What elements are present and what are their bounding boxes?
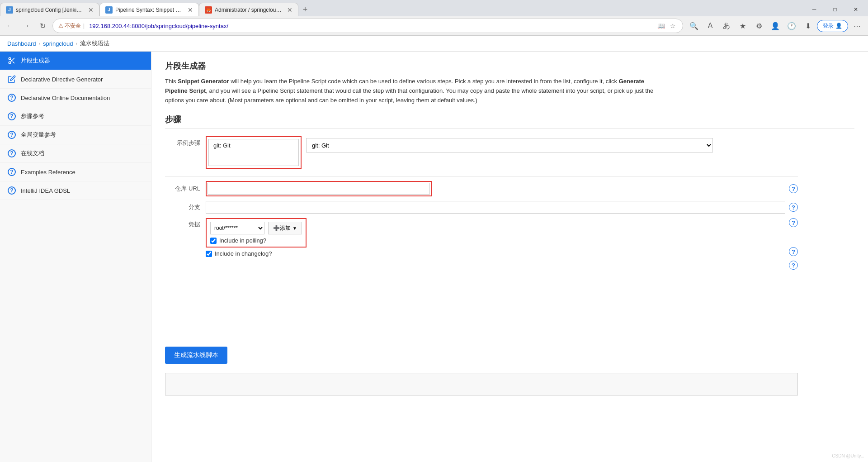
menu-button[interactable]: ⋯	[850, 19, 864, 33]
toolbar-right: 🔍 A あ ★ ⚙ 👤 🕐 ⬇ 登录 👤 ⋯	[687, 19, 864, 33]
sidebar-item-intellij-gdsl[interactable]: ? IntelliJ IDEA GDSL	[0, 181, 151, 200]
favorites-icon[interactable]: ★	[736, 19, 750, 33]
forward-button[interactable]: →	[20, 19, 33, 32]
repo-url-help-icon[interactable]: ?	[789, 184, 798, 193]
address-text[interactable]: 192.168.200.44:8080/job/springcloud/pipe…	[89, 23, 653, 29]
sidebar-item-declarative-directive[interactable]: Declarative Directive Generator	[0, 70, 151, 89]
minimize-button[interactable]: ─	[804, 3, 825, 16]
font-icon[interactable]: あ	[719, 19, 734, 33]
generate-pipeline-bold: Generate Pipeline Script	[165, 78, 644, 94]
question-circle-icon-1: ?	[7, 93, 16, 102]
tab-2-close[interactable]: ✕	[188, 6, 193, 14]
question-circle-icon-2: ?	[7, 112, 16, 121]
include-polling-checkbox[interactable]	[210, 238, 217, 244]
tab-1-title: springcloud Config [Jenkins]	[16, 7, 84, 13]
page-title: 片段生成器	[165, 61, 854, 71]
credential-select[interactable]: root/******	[210, 222, 264, 234]
scissors-icon	[7, 56, 16, 65]
credentials-controls: root/****** ➕添加 ▼	[210, 222, 302, 234]
repo-url-highlight-box: http://192.168.200.44:81/root/springclou…	[206, 181, 432, 196]
svg-line-3	[13, 62, 14, 63]
sidebar-item-global-var-ref[interactable]: ? 全局变量参考	[0, 126, 151, 144]
back-button[interactable]: ←	[4, 19, 16, 32]
question-circle-icon-4: ?	[7, 149, 16, 158]
reader-icon[interactable]: 📖	[656, 21, 665, 30]
breadcrumb-sep-2: ›	[75, 41, 77, 46]
branch-content: master ?	[206, 201, 798, 214]
svg-point-1	[9, 62, 11, 64]
sidebar-item-online-docs[interactable]: ? 在线文档	[0, 144, 151, 163]
sidebar-item-global-var-ref-label: 全局变量参考	[21, 131, 56, 139]
download-icon[interactable]: ⬇	[801, 19, 815, 33]
step-display-box: git: Git	[208, 139, 299, 166]
sidebar-item-examples-ref[interactable]: ? Examples Reference	[0, 163, 151, 181]
include-changelog-checkbox[interactable]	[206, 251, 212, 257]
step-selector-label: 示例步骤	[165, 136, 206, 147]
main-content: 片段生成器 This Snippet Generator will help y…	[151, 52, 868, 462]
star-icon[interactable]: ☆	[668, 21, 677, 30]
window-controls: ─ □ ✕	[804, 3, 868, 16]
include-polling-label: Include in polling?	[219, 237, 266, 244]
chevron-down-icon: ▼	[292, 226, 297, 231]
login-button[interactable]: 登录 👤	[817, 20, 848, 32]
tab-2[interactable]: J Pipeline Syntax: Snippet Genera... ✕	[99, 3, 199, 16]
include-changelog-label: Include in changelog?	[215, 250, 272, 257]
branch-row: 分支 master ?	[165, 201, 798, 214]
sidebar-item-declarative-directive-label: Declarative Directive Generator	[21, 76, 103, 83]
tab-2-favicon: J	[105, 6, 113, 14]
credentials-help-icons: ? ? ?	[789, 218, 798, 270]
result-box	[165, 373, 798, 395]
repo-url-content: http://192.168.200.44:81/root/springclou…	[206, 181, 798, 196]
repo-url-input[interactable]: http://192.168.200.44:81/root/springclou…	[208, 183, 430, 195]
snippet-form: 示例步骤 git: Git git: Git 仓库 URL	[165, 136, 798, 395]
tab-3[interactable]: 🦊 Administrator / springcloud · Git... ✕	[199, 3, 298, 16]
branch-help-icon[interactable]: ?	[789, 203, 798, 212]
question-circle-icon-3: ?	[7, 130, 16, 139]
csdn-watermark: CSDN @Unity...	[832, 453, 864, 458]
tab-3-close[interactable]: ✕	[287, 6, 292, 14]
pencil-icon	[7, 75, 16, 84]
maximize-button[interactable]: □	[825, 3, 845, 16]
browser-chrome: J springcloud Config [Jenkins] ✕ J Pipel…	[0, 0, 868, 36]
tab-3-title: Administrator / springcloud · Git...	[215, 7, 283, 13]
extensions-icon[interactable]: ⚙	[752, 19, 766, 33]
branch-input[interactable]: master	[206, 201, 785, 214]
search-icon[interactable]: 🔍	[687, 19, 701, 33]
translate-icon[interactable]: A	[703, 19, 717, 33]
credentials-help-icon-3[interactable]: ?	[789, 261, 798, 270]
sidebar-item-online-docs-label: 在线文档	[21, 149, 44, 157]
step-selector-row: 示例步骤 git: Git git: Git	[165, 136, 798, 169]
close-button[interactable]: ✕	[845, 3, 866, 16]
login-avatar-icon: 👤	[835, 23, 842, 29]
generate-pipeline-button[interactable]: 生成流水线脚本	[165, 347, 227, 364]
tab-1-close[interactable]: ✕	[88, 6, 94, 14]
breadcrumb-dashboard[interactable]: Dashboard	[7, 40, 36, 47]
credentials-highlight-box: root/****** ➕添加 ▼ Include in polling?	[206, 218, 307, 248]
sidebar-item-snippet[interactable]: 片段生成器	[0, 52, 151, 70]
sidebar-item-declarative-docs[interactable]: ? Declarative Online Documentation	[0, 89, 151, 107]
sidebar-item-step-ref[interactable]: ? 步骤参考	[0, 107, 151, 126]
breadcrumb-springcloud[interactable]: springcloud	[43, 40, 73, 47]
credentials-help-icon-1[interactable]: ?	[789, 218, 798, 227]
sidebar-item-step-ref-label: 步骤参考	[21, 112, 44, 120]
tab-1[interactable]: J springcloud Config [Jenkins] ✕	[0, 3, 99, 16]
credentials-help-icon-2[interactable]: ?	[789, 247, 798, 256]
question-circle-icon-6: ?	[7, 186, 16, 195]
profile-icon[interactable]: 👤	[768, 19, 783, 33]
add-credential-button[interactable]: ➕添加 ▼	[268, 222, 302, 234]
new-tab-button[interactable]: +	[298, 3, 312, 16]
repo-url-label: 仓库 URL	[165, 185, 206, 193]
description-text: This Snippet Generator will help you lea…	[165, 77, 662, 105]
question-circle-icon-5: ?	[7, 167, 16, 176]
refresh-button[interactable]: ↻	[36, 19, 49, 32]
jenkins-layout: Dashboard › springcloud › 流水线语法 片段生成器	[0, 36, 868, 462]
step-dropdown[interactable]: git: Git	[306, 138, 713, 152]
svg-line-4	[10, 59, 12, 61]
branch-label: 分支	[165, 203, 206, 211]
address-input-wrap[interactable]: ⚠ 不安全 | 192.168.200.44:8080/job/springcl…	[52, 19, 683, 33]
security-warning: ⚠ 不安全 |	[58, 22, 85, 30]
address-bar: ← → ↻ ⚠ 不安全 | 192.168.200.44:8080/job/sp…	[0, 16, 868, 35]
tab-2-title: Pipeline Syntax: Snippet Genera...	[115, 7, 183, 13]
history-icon[interactable]: 🕐	[784, 19, 799, 33]
repo-url-row: 仓库 URL http://192.168.200.44:81/root/spr…	[165, 181, 798, 196]
